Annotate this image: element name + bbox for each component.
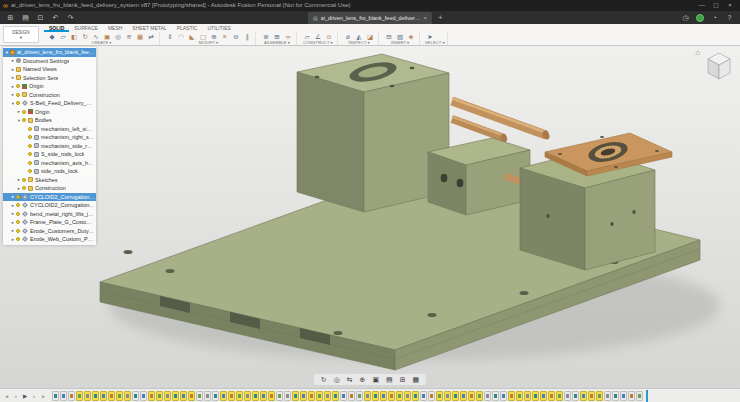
browser-item[interactable]: ▸Erode_Customers_Duty_Panel 1 <box>3 227 96 236</box>
timeline-feature-icon[interactable] <box>612 391 619 401</box>
ribbon-group-label[interactable]: CONSTRUCT ▾ <box>302 41 334 46</box>
timeline-feature-icon[interactable] <box>532 391 539 401</box>
browser-item[interactable]: ▸Construction <box>3 184 96 193</box>
timeline-feature-icon[interactable] <box>564 391 571 401</box>
new-tab-button[interactable]: + <box>438 11 443 24</box>
ribbon-tab-solid[interactable]: SOLID <box>44 24 69 32</box>
timeline-feature-icon[interactable] <box>468 391 475 401</box>
visibility-bulb-icon[interactable] <box>28 135 32 139</box>
browser-item[interactable]: ▸Frame_Plate_G_Custom_System 1 <box>3 218 96 227</box>
ribbon-group-label[interactable]: SELECT ▾ <box>425 41 444 46</box>
browser-item[interactable]: ▾Bodies <box>3 116 96 125</box>
visibility-bulb-icon[interactable] <box>28 144 32 148</box>
timeline-feature-icon[interactable] <box>220 391 227 401</box>
timeline-feature-icon[interactable] <box>484 391 491 401</box>
home-icon[interactable]: ⌂ <box>695 48 700 58</box>
help-icon[interactable]: ? <box>723 11 736 24</box>
pan-icon[interactable]: ⇆ <box>347 375 353 384</box>
viewports-icon[interactable]: ▦ <box>413 375 420 384</box>
visibility-bulb-icon[interactable] <box>16 93 20 97</box>
browser-item[interactable]: ▸CYCLOID2_Corrugation v156 <box>3 201 96 210</box>
browser-item[interactable]: S_side_rods_lock <box>3 150 96 159</box>
grid-settings-icon[interactable]: ⊞ <box>400 375 406 384</box>
job-status-icon[interactable]: ◷ <box>679 11 692 24</box>
step-back-button[interactable]: ‹ <box>12 390 20 402</box>
extrude-icon[interactable]: ◧ <box>69 32 79 41</box>
split-body-icon[interactable]: ⊘ <box>231 32 241 41</box>
timeline-feature-icon[interactable] <box>100 391 107 401</box>
browser-item[interactable]: mechanism_axis_holder (2) <box>3 159 96 168</box>
browser-item[interactable]: ▸Origin <box>3 82 96 91</box>
viewport[interactable]: ▾ai_driven_lens_fro_blank_feed_delivery_… <box>0 46 740 388</box>
create-sketch-icon[interactable]: ▱ <box>58 32 68 41</box>
timeline-feature-icon[interactable] <box>628 391 635 401</box>
ribbon-group-label[interactable]: INSERT ▾ <box>384 41 416 46</box>
timeline-feature-icon[interactable] <box>516 391 523 401</box>
browser-item[interactable]: ▸Construction <box>3 91 96 100</box>
timeline-feature-icon[interactable] <box>620 391 627 401</box>
visibility-bulb-icon[interactable] <box>28 169 32 173</box>
timeline-feature-icon[interactable] <box>444 391 451 401</box>
browser-item[interactable]: ▸Sketches <box>3 176 96 185</box>
viewcube[interactable] <box>702 48 736 82</box>
timeline-feature-icon[interactable] <box>164 391 171 401</box>
browser-item[interactable]: ▸CYCLOID2_Corrugation v156 <box>3 193 96 202</box>
visibility-bulb-icon[interactable] <box>22 178 26 182</box>
timeline-feature-icon[interactable] <box>340 391 347 401</box>
tab-close-icon[interactable]: × <box>424 15 428 21</box>
visibility-bulb-icon[interactable] <box>22 118 26 122</box>
play-button[interactable]: ▶ <box>21 390 29 402</box>
timeline-feature-icon[interactable] <box>140 391 147 401</box>
timeline-feature-icon[interactable] <box>204 391 211 401</box>
browser-item[interactable]: mechanism_side_rods <box>3 142 96 151</box>
timeline-feature-icon[interactable] <box>412 391 419 401</box>
timeline-feature-icon[interactable] <box>108 391 115 401</box>
timeline-feature-icon[interactable] <box>228 391 235 401</box>
minimize-button[interactable]: — <box>695 0 709 11</box>
timeline-feature-icon[interactable] <box>596 391 603 401</box>
ribbon-group-label[interactable]: INSPECT ▾ <box>343 41 375 46</box>
timeline-feature-icon[interactable] <box>156 391 163 401</box>
timeline-feature-icon[interactable] <box>68 391 75 401</box>
timeline-feature-icon[interactable] <box>268 391 275 401</box>
timeline-feature-icon[interactable] <box>132 391 139 401</box>
maximize-button[interactable]: ▢ <box>709 0 723 11</box>
browser-item[interactable]: ▸Named Views <box>3 65 96 74</box>
user-avatar[interactable] <box>696 14 704 22</box>
browser-item[interactable]: ▾S-Belt_Feed_Delivery_Mechanism <box>3 99 96 108</box>
timeline-feature-icon[interactable] <box>196 391 203 401</box>
timeline-feature-icon[interactable] <box>364 391 371 401</box>
timeline-feature-icon[interactable] <box>124 391 131 401</box>
timeline-feature-icon[interactable] <box>236 391 243 401</box>
timeline-feature-icon[interactable] <box>332 391 339 401</box>
offset-face-icon[interactable]: ≡ <box>220 32 230 41</box>
thread-icon[interactable]: ≋ <box>124 32 134 41</box>
timeline-feature-icon[interactable] <box>604 391 611 401</box>
timeline-feature-icon[interactable] <box>452 391 459 401</box>
timeline-feature-icon[interactable] <box>460 391 467 401</box>
ribbon-tab-sheet-metal[interactable]: SHEET METAL <box>127 24 171 32</box>
browser-item[interactable]: mechanism_left_side_lid <box>3 125 96 134</box>
undo-icon[interactable]: ↶ <box>49 11 62 24</box>
ribbon-tab-surface[interactable]: SURFACE <box>69 24 103 32</box>
orbit-icon[interactable]: ↻ <box>321 375 327 384</box>
timeline-feature-icon[interactable] <box>148 391 155 401</box>
visibility-bulb-icon[interactable] <box>16 229 20 233</box>
timeline-feature-icon[interactable] <box>572 391 579 401</box>
zoom-icon[interactable]: ⊕ <box>360 375 366 384</box>
timeline-feature-icon[interactable] <box>300 391 307 401</box>
ribbon-tab-utilities[interactable]: UTILITIES <box>202 24 235 32</box>
visibility-bulb-icon[interactable] <box>16 220 20 224</box>
timeline-feature-icon[interactable] <box>396 391 403 401</box>
revolve-icon[interactable]: ↻ <box>80 32 90 41</box>
file-menu-icon[interactable]: ▤ <box>19 11 32 24</box>
new-component-icon[interactable]: ◆ <box>47 32 57 41</box>
display-settings-icon[interactable]: ▤ <box>386 375 393 384</box>
step-forward-button[interactable]: › <box>30 390 38 402</box>
notifications-icon[interactable]: ◔ <box>708 11 721 24</box>
timeline-feature-icon[interactable] <box>548 391 555 401</box>
timeline-feature-icon[interactable] <box>420 391 427 401</box>
timeline-feature-icon[interactable] <box>348 391 355 401</box>
browser-item[interactable]: ▸Origin <box>3 108 96 117</box>
timeline-feature-icon[interactable] <box>92 391 99 401</box>
